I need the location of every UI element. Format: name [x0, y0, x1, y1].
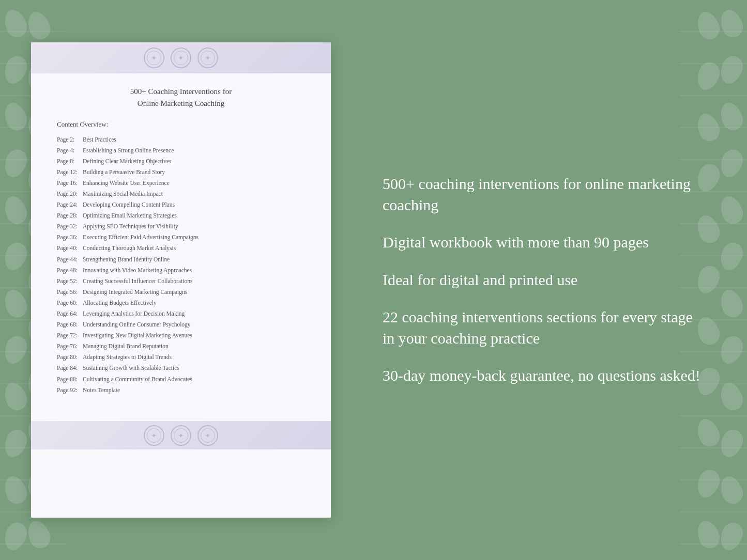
toc-title: Managing Digital Brand Reputation	[83, 343, 169, 349]
toc-item: Page 16:Enhancing Website User Experienc…	[57, 177, 305, 188]
toc-page-number: Page 24:	[57, 200, 83, 209]
doc-footer-mandala-group	[144, 425, 218, 446]
toc-item: Page 52:Creating Successful Influencer C…	[57, 275, 305, 286]
toc-item: Page 80:Adapting Strategies to Digital T…	[57, 352, 305, 363]
toc-item: Page 88:Cultivating a Community of Brand…	[57, 374, 305, 384]
toc-page-number: Page 76:	[57, 342, 83, 350]
toc-item: Page 20:Maximizing Social Media Impact	[57, 188, 305, 199]
document-title-line1: 500+ Coaching Interventions for	[130, 87, 232, 96]
footer-mandala-1	[144, 425, 164, 446]
toc-page-number: Page 60:	[57, 299, 83, 307]
toc-title: Strengthening Brand Identity Online	[83, 256, 170, 262]
toc-item: Page 36:Executing Efficient Paid Adverti…	[57, 232, 305, 243]
toc-page-number: Page 52:	[57, 277, 83, 285]
toc-page-number: Page 80:	[57, 353, 83, 361]
toc-page-number: Page 8:	[57, 157, 83, 165]
mandala-decoration-1	[144, 48, 164, 68]
toc-page-number: Page 28:	[57, 211, 83, 220]
toc-title: Developing Compelling Content Plans	[83, 201, 175, 208]
footer-mandala-2	[171, 425, 191, 446]
feature-2: Digital workbook with more than 90 pages	[383, 232, 706, 253]
toc-page-number: Page 32:	[57, 222, 83, 230]
toc-page-number: Page 12:	[57, 168, 83, 176]
toc-title: Investigating New Digital Marketing Aven…	[83, 332, 192, 338]
toc-page-number: Page 88:	[57, 375, 83, 383]
document-area: 500+ Coaching Interventions for Online M…	[10, 15, 352, 545]
toc-item: Page 24:Developing Compelling Content Pl…	[57, 199, 305, 210]
toc-page-number: Page 48:	[57, 266, 83, 274]
doc-footer-decoration	[31, 421, 331, 449]
toc-item: Page 84:Sustaining Growth with Scalable …	[57, 363, 305, 374]
toc-title: Executing Efficient Paid Advertising Cam…	[83, 234, 199, 240]
toc-item: Page 2:Best Practices	[57, 134, 305, 145]
toc-page-number: Page 20:	[57, 190, 83, 198]
table-of-contents: Page 2:Best PracticesPage 4:Establishing…	[57, 134, 305, 395]
toc-title: Building a Persuasive Brand Story	[83, 169, 165, 175]
doc-header-mandala-group	[144, 48, 218, 68]
toc-title: Best Practices	[83, 136, 116, 143]
toc-title: Conducting Thorough Market Analysis	[83, 245, 176, 251]
toc-page-number: Page 92:	[57, 386, 83, 394]
toc-item: Page 44:Strengthening Brand Identity Onl…	[57, 254, 305, 265]
toc-item: Page 12:Building a Persuasive Brand Stor…	[57, 166, 305, 177]
feature-3: Ideal for digital and printed use	[383, 270, 706, 291]
feature-text-panel: 500+ coaching interventions for online m…	[352, 15, 737, 545]
toc-title: Maximizing Social Media Impact	[83, 191, 163, 197]
toc-title: Creating Successful Influencer Collabora…	[83, 278, 192, 284]
document-title-line2: Online Marketing Coaching	[138, 99, 224, 107]
document: 500+ Coaching Interventions for Online M…	[31, 42, 331, 518]
toc-item: Page 8:Defining Clear Marketing Objectiv…	[57, 155, 305, 166]
toc-title: Applying SEO Techniques for Visibility	[83, 223, 178, 229]
footer-mandala-3	[197, 425, 218, 446]
mandala-decoration-2	[171, 48, 191, 68]
toc-title: Optimizing Email Marketing Strategies	[83, 212, 177, 219]
toc-item: Page 28:Optimizing Email Marketing Strat…	[57, 210, 305, 221]
feature-5: 30-day money-back guarantee, no question…	[383, 365, 706, 386]
toc-page-number: Page 40:	[57, 244, 83, 252]
main-layout: 500+ Coaching Interventions for Online M…	[0, 0, 747, 560]
toc-title: Designing Integrated Marketing Campaigns	[83, 289, 187, 295]
toc-title: Sustaining Growth with Scalable Tactics	[83, 365, 179, 371]
toc-item: Page 92:Notes Template	[57, 384, 305, 395]
toc-title: Defining Clear Marketing Objectives	[83, 158, 172, 164]
toc-item: Page 4:Establishing a Strong Online Pres…	[57, 145, 305, 155]
feature-1: 500+ coaching interventions for online m…	[383, 174, 706, 215]
toc-item: Page 40:Conducting Thorough Market Analy…	[57, 243, 305, 254]
toc-page-number: Page 4:	[57, 146, 83, 154]
toc-title: Understanding Online Consumer Psychology	[83, 321, 191, 328]
toc-title: Enhancing Website User Experience	[83, 180, 170, 186]
toc-title: Allocating Budgets Effectively	[83, 300, 157, 306]
doc-header-decoration	[31, 42, 331, 73]
toc-item: Page 56:Designing Integrated Marketing C…	[57, 286, 305, 297]
toc-page-number: Page 56:	[57, 288, 83, 296]
toc-title: Adapting Strategies to Digital Trends	[83, 354, 172, 360]
toc-title: Notes Template	[83, 387, 120, 393]
toc-title: Cultivating a Community of Brand Advocat…	[83, 376, 192, 382]
toc-title: Establishing a Strong Online Presence	[83, 147, 174, 153]
toc-item: Page 60:Allocating Budgets Effectively	[57, 297, 305, 308]
toc-page-number: Page 68:	[57, 320, 83, 329]
toc-page-number: Page 36:	[57, 233, 83, 241]
toc-title: Leveraging Analytics for Decision Making	[83, 310, 185, 317]
document-title: 500+ Coaching Interventions for Online M…	[57, 86, 305, 109]
toc-item: Page 72:Investigating New Digital Market…	[57, 330, 305, 341]
toc-item: Page 68:Understanding Online Consumer Ps…	[57, 319, 305, 330]
toc-title: Innovating with Video Marketing Approach…	[83, 267, 192, 273]
toc-item: Page 64:Leveraging Analytics for Decisio…	[57, 308, 305, 319]
toc-page-number: Page 72:	[57, 331, 83, 339]
toc-item: Page 32:Applying SEO Techniques for Visi…	[57, 221, 305, 232]
feature-4: 22 coaching interventions sections for e…	[383, 307, 706, 349]
toc-page-number: Page 2:	[57, 135, 83, 144]
toc-page-number: Page 64:	[57, 309, 83, 318]
document-content: 500+ Coaching Interventions for Online M…	[31, 73, 331, 411]
toc-item: Page 76:Managing Digital Brand Reputatio…	[57, 341, 305, 352]
toc-page-number: Page 16:	[57, 179, 83, 187]
mandala-decoration-3	[197, 48, 218, 68]
content-overview-label: Content Overview:	[57, 120, 305, 129]
toc-item: Page 48:Innovating with Video Marketing …	[57, 265, 305, 275]
toc-page-number: Page 84:	[57, 364, 83, 372]
toc-page-number: Page 44:	[57, 255, 83, 263]
